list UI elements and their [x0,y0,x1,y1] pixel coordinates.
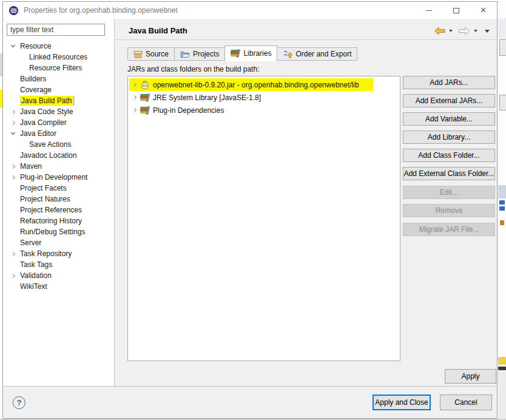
properties-page: Java Build Path SourceProjectsLibrari [115,19,497,386]
tree-item-label: Java Compiler [20,118,67,127]
close-icon[interactable]: × [470,2,497,19]
chevron-right-icon[interactable] [132,83,140,86]
background-fragment [498,18,506,38]
back-arrow-icon[interactable] [434,27,445,35]
build-path-entry[interactable]: JRE System Library [JavaSE-1.8] [128,91,400,104]
apply-and-close-button[interactable]: Apply and Close [373,395,431,410]
sidebar-item-validation[interactable]: Validation [3,270,113,281]
sidebar-item-task-tags[interactable]: Task Tags [3,259,113,270]
sidebar-item-javadoc-location[interactable]: Javadoc Location [3,150,113,161]
tab-source[interactable]: Source [127,47,175,61]
sidebar-item-java-code-style[interactable]: Java Code Style [3,106,113,117]
sidebar-item-save-actions[interactable]: Save Actions [3,139,113,150]
tab-projects[interactable]: Projects [174,47,225,61]
chevron-down-icon[interactable] [10,46,20,47]
sidebar-item-java-compiler[interactable]: Java Compiler [3,117,113,128]
tab-bar: SourceProjectsLibrariesOrder and Export [127,46,357,61]
sidebar-item-resource[interactable]: Resource [3,41,113,52]
tree-item-label: Java Editor [20,129,56,138]
eclipse-logo-icon [8,5,19,16]
build-path-list[interactable]: 010openwebnet-lib-0.9.20.jar - org.openh… [127,76,400,361]
sidebar-item-resource-filters[interactable]: Resource Filters [3,63,113,73]
tree-item-label: Maven [20,162,42,171]
chevron-right-icon[interactable] [132,109,140,112]
sidebar-item-java-editor[interactable]: Java Editor [3,128,113,139]
add-library-button[interactable]: Add Library... [403,130,495,144]
sidebar-item-project-natures[interactable]: Project Natures [3,194,113,205]
entry-label: JRE System Library [JavaSE-1.8] [153,93,261,102]
back-dropdown-icon[interactable] [449,30,453,32]
tab-label: Order and Export [295,50,351,58]
background-fragment [500,220,504,225]
sidebar-item-server[interactable]: Server [3,237,113,248]
forward-arrow-icon[interactable] [459,27,470,35]
page-title: Java Build Path [129,26,187,35]
tree-item-label: Resource [20,42,51,50]
sidebar-item-task-repository[interactable]: Task Repository [3,248,113,259]
background-fragment [498,357,506,365]
sidebar-tree: ResourceLinked ResourcesResource Filters… [3,41,113,292]
title-bar[interactable]: Properties for org.openhab.binding.openw… [3,2,497,19]
migrate-jar-file-button[interactable]: Migrate JAR File... [403,223,495,236]
sidebar-item-linked-resources[interactable]: Linked Resources [3,52,113,63]
add-external-jars-button[interactable]: Add External JARs... [403,94,495,107]
sidebar-item-project-references[interactable]: Project References [3,205,113,215]
tree-item-label: Project Facets [20,184,67,192]
svg-text:010: 010 [143,84,148,87]
chevron-right-icon[interactable] [10,121,20,124]
minimize-icon[interactable] [415,2,442,19]
sidebar-item-maven[interactable]: Maven [3,161,113,172]
add-jars-button[interactable]: Add JARs... [403,76,495,89]
build-path-entry[interactable]: 010openwebnet-lib-0.9.20.jar - org.openh… [128,78,400,91]
order-icon [283,50,292,58]
background-fragment [499,95,506,110]
sidebar-item-refactoring-history[interactable]: Refactoring History [3,215,113,226]
entry-label: Plug-in Dependencies [153,106,224,115]
chevron-right-icon[interactable] [10,110,20,113]
filter-input[interactable] [7,24,105,36]
add-external-class-folder-button[interactable]: Add External Class Folder... [403,167,495,180]
maximize-icon[interactable] [442,2,470,19]
tree-item-label: Server [20,239,41,247]
sidebar-item-run-debug-settings[interactable]: Run/Debug Settings [3,226,113,237]
library-icon [140,93,150,102]
build-path-entry[interactable]: Plug-in Dependencies [128,104,400,117]
tree-item-label: Project Natures [20,195,70,203]
chevron-down-icon[interactable] [10,133,20,134]
footer-bar: ? Apply and Close Cancel [3,386,497,418]
sidebar-item-builders[interactable]: Builders [3,73,113,84]
tree-item-label: Validation [20,271,52,280]
add-variable-button[interactable]: Add Variable... [403,112,495,126]
apply-button[interactable]: Apply [445,369,496,384]
edit-button[interactable]: Edit... [403,186,495,199]
sidebar-item-java-build-path[interactable]: Java Build Path [3,95,113,106]
folder-icon [180,50,190,58]
sidebar-item-wikitext[interactable]: WikiText [3,281,113,292]
tree-item-label: Task Tags [20,260,52,269]
sidebar: ResourceLinked ResourcesResource Filters… [3,19,115,386]
sidebar-item-coverage[interactable]: Coverage [3,84,113,95]
background-fragment [499,206,505,211]
chevron-right-icon[interactable] [10,252,20,256]
chevron-right-icon[interactable] [132,96,140,99]
library-icon [231,49,240,58]
background-fragment [499,39,506,56]
sidebar-item-project-facets[interactable]: Project Facets [3,183,113,194]
tree-item-label: Java Code Style [20,107,73,116]
tree-item-label: Save Actions [29,140,71,149]
view-menu-icon[interactable] [485,30,490,33]
sidebar-item-plug-in-development[interactable]: Plug-in Development [3,172,113,183]
remove-button[interactable]: Remove [403,204,495,217]
package-icon [133,50,143,58]
tab-libraries[interactable]: Libraries [224,46,277,61]
chevron-right-icon[interactable] [10,165,20,168]
chevron-right-icon[interactable] [10,176,20,179]
background-fragment [498,185,506,198]
chevron-right-icon[interactable] [10,274,20,277]
forward-dropdown-icon[interactable] [474,30,477,32]
help-icon[interactable]: ? [13,396,25,409]
tab-order-and-export[interactable]: Order and Export [277,47,357,61]
tree-item-label: Linked Resources [29,53,87,61]
add-class-folder-button[interactable]: Add Class Folder... [403,149,495,162]
cancel-button[interactable]: Cancel [440,395,492,410]
